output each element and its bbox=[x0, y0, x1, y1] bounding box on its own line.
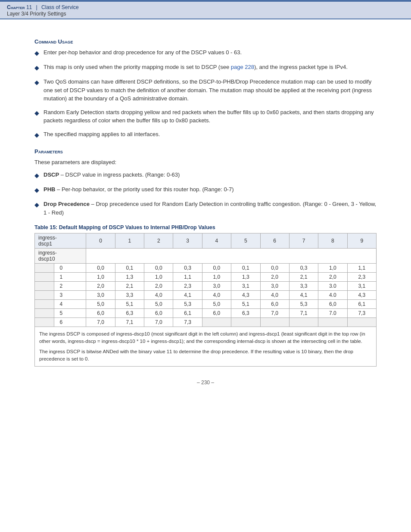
table-cell: 1,0 bbox=[318, 264, 347, 273]
col-header-label1: ingress- bbox=[38, 235, 57, 241]
table-cell: 3,1 bbox=[231, 282, 260, 291]
table-cell: 2,0 bbox=[86, 282, 115, 291]
table-cell: 3,1 bbox=[347, 282, 376, 291]
list-item: ◆ PHB – Per-hop behavior, or the priorit… bbox=[34, 185, 377, 195]
table-header-row: ingress- dscp1 0 1 2 3 4 5 6 7 8 9 bbox=[35, 233, 377, 249]
table-cell bbox=[318, 318, 347, 327]
table-cell: 4.0 bbox=[318, 291, 347, 300]
table-cell: 7,1 bbox=[115, 318, 144, 327]
list-item: ◆ The specified mapping applies to all i… bbox=[34, 130, 377, 140]
row-label: 1 bbox=[54, 273, 86, 282]
bullet-icon: ◆ bbox=[34, 200, 39, 209]
bullet-text: Random Early Detection starts dropping y… bbox=[44, 108, 377, 125]
bullet-icon: ◆ bbox=[34, 78, 39, 87]
table-cell: 5,0 bbox=[86, 300, 115, 309]
empty-cell bbox=[35, 318, 54, 327]
table-cell: 1,0 bbox=[86, 273, 115, 282]
table-cell: 7,1 bbox=[289, 309, 318, 318]
table-cell: 6,3 bbox=[231, 309, 260, 318]
table-cell: 4,1 bbox=[173, 291, 202, 300]
bullet-icon: ◆ bbox=[34, 171, 39, 180]
empty-cell bbox=[35, 291, 54, 300]
table-cell: 7.0 bbox=[318, 309, 347, 318]
table-cell: 3,0 bbox=[260, 282, 289, 291]
col-header-label: ingress- dscp1 bbox=[35, 233, 86, 249]
table-cell: 5,0 bbox=[144, 300, 173, 309]
page-header: Chapter 11 | Class of Service Layer 3/4 … bbox=[0, 2, 411, 19]
table-cell: 6,1 bbox=[347, 300, 376, 309]
table-cell: 2,1 bbox=[115, 282, 144, 291]
col-header-5: 5 bbox=[231, 233, 260, 249]
table-row: 22,02,12,02,33,03,13,03,33.03,1 bbox=[35, 282, 377, 291]
table-cell: 0,1 bbox=[115, 264, 144, 273]
empty-cell bbox=[35, 300, 54, 309]
table-cell: 3.0 bbox=[318, 282, 347, 291]
table-cell: 1,0 bbox=[202, 273, 231, 282]
table-cell: 2,3 bbox=[173, 282, 202, 291]
table-cell: 4,0 bbox=[144, 291, 173, 300]
list-item: ◆ Random Early Detection starts dropping… bbox=[34, 108, 377, 125]
chapter-label: Chapter bbox=[7, 4, 25, 10]
list-item: ◆ Two QoS domains can have different DSC… bbox=[34, 78, 377, 103]
bullet-icon: ◆ bbox=[34, 49, 39, 58]
table-cell: 1,3 bbox=[231, 273, 260, 282]
dscp-mapping-table: ingress- dscp1 0 1 2 3 4 5 6 7 8 9 ingre… bbox=[34, 233, 377, 327]
empty-cell bbox=[35, 273, 54, 282]
bullet-text: This map is only used when the priority … bbox=[44, 63, 377, 72]
table-footnotes: The ingress DSCP is composed of ingress-… bbox=[34, 327, 377, 367]
parameters-list: ◆ DSCP – DSCP value in ingress packets. … bbox=[34, 171, 377, 217]
table-row: 67,07,17,07,3 bbox=[35, 318, 377, 327]
empty-cell bbox=[35, 282, 54, 291]
table-cell: 0,0 bbox=[86, 264, 115, 273]
table-cell: 4,3 bbox=[347, 291, 376, 300]
footnote-2: The ingress DSCP is bitwise ANDed with t… bbox=[39, 348, 372, 363]
col-header-1: 1 bbox=[115, 233, 144, 249]
sub-line: Layer 3/4 Priority Settings bbox=[7, 11, 404, 17]
main-content: Command Usage ◆ Enter per-hop behavior a… bbox=[0, 19, 411, 403]
table-cell: 6,3 bbox=[115, 309, 144, 318]
table-cell: 6,0 bbox=[260, 300, 289, 309]
table-cell: 4,0 bbox=[202, 291, 231, 300]
col-header-9: 9 bbox=[347, 233, 376, 249]
row-label: 2 bbox=[54, 282, 86, 291]
table-cell bbox=[202, 318, 231, 327]
col-header-8: 8 bbox=[318, 233, 347, 249]
table-cell: 5,0 bbox=[202, 300, 231, 309]
command-usage-list: ◆ Enter per-hop behavior and drop preced… bbox=[34, 48, 377, 140]
table-cell: 1,1 bbox=[347, 264, 376, 273]
table-cell: 2,0 bbox=[318, 273, 347, 282]
table-cell: 2,0 bbox=[144, 282, 173, 291]
table-cell: 1,1 bbox=[173, 273, 202, 282]
chapter-title: Class of Service bbox=[41, 4, 79, 10]
bullet-text: Two QoS domains can have different DSCP … bbox=[44, 78, 377, 103]
col-header-7: 7 bbox=[289, 233, 318, 249]
bullet-text: Enter per-hop behavior and drop preceden… bbox=[44, 48, 377, 57]
col-header-0: 0 bbox=[86, 233, 115, 249]
table-row: 45,05,15,05,35,05,16,05,36,06,1 bbox=[35, 300, 377, 309]
row-label: 5 bbox=[54, 309, 86, 318]
table-cell bbox=[260, 318, 289, 327]
table-cell: 6,1 bbox=[173, 309, 202, 318]
bullet-icon: ◆ bbox=[34, 186, 39, 195]
col-header-3: 3 bbox=[173, 233, 202, 249]
table-cell: 5,3 bbox=[173, 300, 202, 309]
table-body: 00,00,10,00,30,00,10,00,31,01,111,01,31,… bbox=[35, 264, 377, 327]
col-header-6: 6 bbox=[260, 233, 289, 249]
table-row: 33,03,34,04,14,04,34,04,14.04,3 bbox=[35, 291, 377, 300]
empty-cell bbox=[35, 264, 54, 273]
separator: | bbox=[36, 4, 37, 10]
list-item: ◆ Enter per-hop behavior and drop preced… bbox=[34, 48, 377, 58]
row-header-row: ingress- dscp10 bbox=[35, 249, 377, 264]
list-item: ◆ DSCP – DSCP value in ingress packets. … bbox=[34, 171, 377, 180]
table-cell: 7,0 bbox=[260, 309, 289, 318]
chapter-line: Chapter 11 | Class of Service bbox=[7, 4, 404, 10]
page-link[interactable]: page 228 bbox=[231, 64, 254, 70]
row-label: 6 bbox=[54, 318, 86, 327]
row-header-label2: dscp10 bbox=[38, 256, 55, 262]
table-cell: 6,0 bbox=[318, 300, 347, 309]
param-intro: These parameters are displayed: bbox=[34, 158, 377, 167]
table-cell: 2,0 bbox=[260, 273, 289, 282]
table-title: Table 15: Default Mapping of DSCP Values… bbox=[34, 224, 377, 230]
table-cell: 0,0 bbox=[260, 264, 289, 273]
table-cell: 7,3 bbox=[173, 318, 202, 327]
